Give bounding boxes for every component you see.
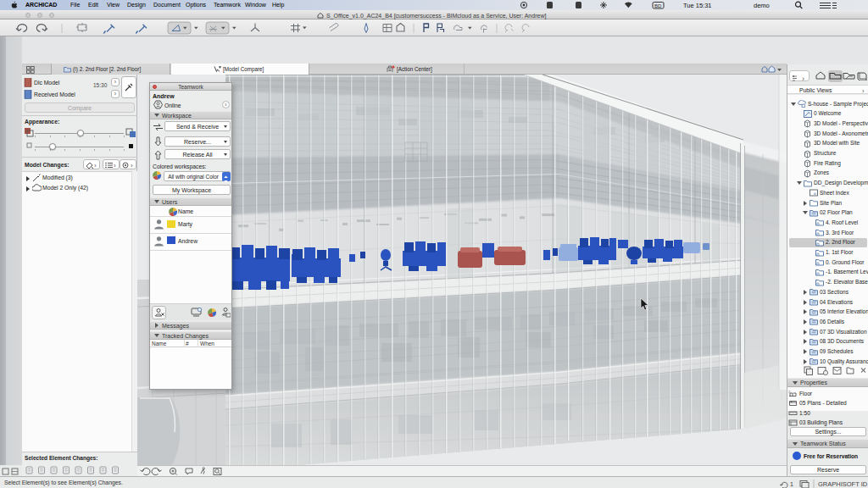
svg-text:›: › (94, 162, 97, 169)
svg-text:GRAPHISOFT ID: GRAPHISOFT ID (818, 480, 868, 488)
svg-text:›: › (802, 75, 804, 83)
svg-text:1: 1 (790, 481, 793, 487)
svg-text:BD: BD (654, 3, 662, 8)
svg-text:›: › (131, 162, 133, 169)
svg-text:›: › (114, 162, 116, 169)
